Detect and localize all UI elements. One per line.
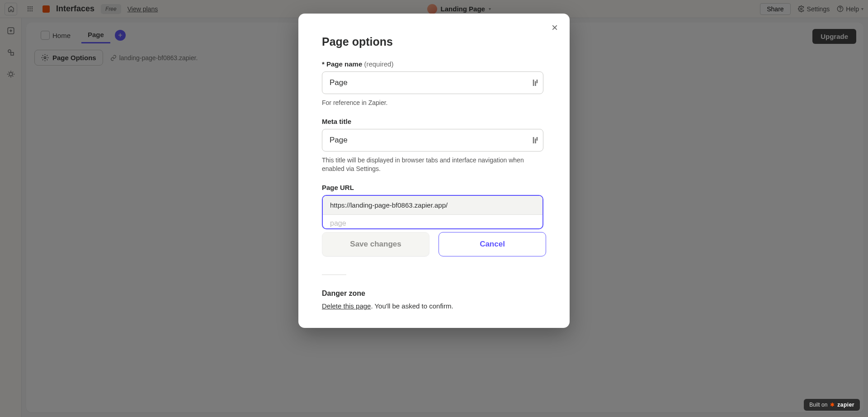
svg-rect-19 [537, 80, 538, 83]
danger-zone-title: Danger zone [322, 289, 546, 298]
required-asterisk: * [322, 60, 326, 68]
delete-page-suffix: . You'll be asked to confirm. [371, 302, 453, 310]
page-name-hint: For reference in Zapier. [322, 99, 543, 108]
page-url-base: https://landing-page-bf0863.zapier.app/ [323, 196, 542, 215]
delete-page-link[interactable]: Delete this page [322, 302, 371, 310]
page-name-label: * Page name (required) [322, 60, 543, 68]
built-on-badge[interactable]: Built on ✱ zapier [804, 399, 860, 411]
svg-rect-17 [533, 80, 534, 86]
page-url-label: Page URL [322, 184, 543, 191]
zapier-wordmark: zapier [837, 402, 854, 408]
divider [322, 275, 346, 275]
page-url-block: https://landing-page-bf0863.zapier.app/ … [322, 195, 543, 229]
svg-rect-21 [535, 138, 536, 143]
svg-rect-18 [535, 81, 536, 86]
asterisk-icon: ✱ [830, 402, 835, 408]
page-name-required-hint: (required) [364, 60, 393, 68]
cancel-button[interactable]: Cancel [439, 232, 546, 256]
svg-rect-20 [533, 137, 534, 143]
modal-title: Page options [322, 35, 546, 48]
danger-zone-line: Delete this page. You'll be asked to con… [322, 302, 546, 310]
variable-icon[interactable] [533, 137, 538, 143]
save-changes-button[interactable]: Save changes [322, 232, 429, 256]
meta-title-label: Meta title [322, 118, 543, 125]
meta-title-input-wrap [322, 129, 543, 152]
page-name-input-wrap [322, 71, 543, 94]
page-options-modal: × Page options * Page name (required) Fo… [298, 14, 570, 328]
modal-scroll-area[interactable]: * Page name (required) For reference in … [322, 60, 546, 232]
page-name-label-text: Page name [326, 60, 362, 68]
variable-icon[interactable] [533, 80, 538, 86]
page-url-slug-input[interactable]: page [323, 215, 542, 228]
built-on-label: Built on [809, 402, 827, 408]
meta-title-hint: This title will be displayed in browser … [322, 156, 543, 174]
page-name-input[interactable] [322, 71, 543, 94]
svg-rect-22 [537, 137, 538, 141]
close-button[interactable]: × [548, 21, 561, 34]
modal-button-row: Save changes Cancel [322, 232, 546, 256]
modal-overlay[interactable]: × Page options * Page name (required) Fo… [0, 0, 868, 417]
meta-title-input[interactable] [322, 129, 543, 152]
close-icon: × [552, 21, 558, 34]
